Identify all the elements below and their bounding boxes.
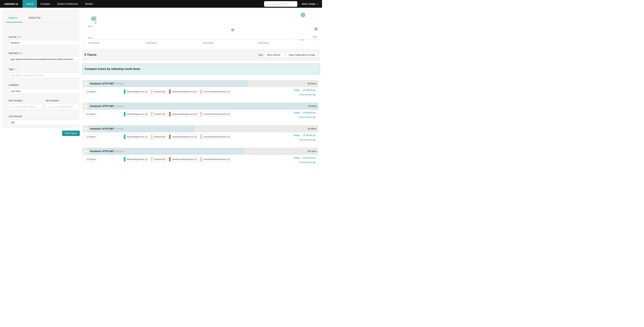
tags-input[interactable] [8,72,80,78]
trace-timestamp-block: Today10:08:48 pma few seconds ago [294,134,316,141]
find-traces-button[interactable]: Find Traces [62,130,80,136]
service-color-stripe [124,135,126,139]
trace-date-link[interactable]: Today [294,134,300,137]
service-color-stripe [151,90,152,94]
trace-select-checkbox[interactable] [84,82,87,85]
service-color-stripe [151,135,152,139]
about-jaeger-menu[interactable]: About Jaeger [302,2,318,5]
x-tick-mark [94,38,94,42]
trace-select-checkbox[interactable] [84,150,87,152]
service-tag-chip: featureflagservice (4) [124,112,150,116]
service-tag-chip: frontend (6) [151,134,168,139]
trace-row-header[interactable]: frontend: HTTP GETae8341d79.94ms [83,103,318,110]
chevron-down-icon [282,54,284,56]
trace-row-body: 18 Spansfeatureflagservice (4)frontend (… [83,155,318,164]
trace-row-body: 18 Spansfeatureflagservice (4)frontend (… [83,87,318,98]
x-tick-mark [208,38,208,42]
x-axis-title: Time [312,36,317,38]
nav-tab-monitor[interactable]: Monitor [82,0,96,8]
trace-result-row[interactable]: frontend: HTTP GETf5e778354.18ms18 Spans… [82,148,318,164]
trace-row-body: 15 Spansfeatureflagservice (2)frontend (… [83,132,318,144]
service-color-stripe [200,112,202,116]
trace-result-row[interactable]: frontend: HTTP GET01d7f9b36.98ms15 Spans… [82,125,318,144]
limit-results-input[interactable] [8,120,80,125]
trace-row-header[interactable]: frontend: HTTP GET01d7f9b36.98ms [83,126,318,132]
trace-result-row[interactable]: frontend: HTTP GET7876e2655.53ms18 Spans… [82,80,318,98]
tab-active-indicator [6,22,22,22]
trace-scatter-point[interactable] [231,28,234,32]
trace-id: ae8341d [116,105,124,108]
trace-scatter-point[interactable] [301,12,306,17]
max-duration-input[interactable] [8,104,43,110]
help-icon[interactable]: ? [14,68,17,70]
sort-label: Sort: [258,54,264,56]
service-select[interactable]: frontend [8,40,80,46]
trace-title: frontend: HTTP GETae8341d [90,104,124,108]
tab-search[interactable]: Search [8,16,17,20]
trace-id: 01d7f9b [116,128,124,130]
trace-date-link[interactable]: Today [294,156,300,159]
service-tag-chip: featureflagservice (2) [124,134,150,139]
operation-select[interactable]: grpc.hipstershop.RecommendationService/L… [8,56,80,62]
trace-time-link[interactable]: 10:08:49 pm [303,89,316,92]
tab-json-file[interactable]: JSON File [28,16,41,20]
compare-traces-banner-text: Compare traces by selecting result items [84,67,140,71]
trace-row-header[interactable]: frontend: HTTP GET7876e2655.53ms [83,80,318,87]
service-color-stripe [124,157,126,161]
trace-scatter-point[interactable] [314,27,318,31]
trace-duration: 36.98ms [308,128,317,130]
service-tag-chip: recommendationservice (3) [200,89,232,94]
sidebar-tabs: Search JSON File [3,10,79,22]
trace-timestamp-block: Today10:08:49 pma few seconds ago [294,89,316,96]
trace-select-checkbox[interactable] [84,105,87,108]
nav-tab-compare[interactable]: Compare [37,0,54,8]
app-logo: JAEGER UI [0,0,22,8]
service-color-stripe [151,112,152,116]
y-tick-label: 60ms [82,25,92,27]
service-tag-chip: recommendationservice (3) [200,134,232,139]
trace-result-row[interactable]: frontend: HTTP GETae8341d79.94ms20 Spans… [82,102,318,121]
deep-dependency-graph-button[interactable]: Deep Dependency Graph [286,52,318,58]
trace-time-link[interactable]: 10:08:48 pm [303,134,316,137]
lookback-label: Lookback [8,84,19,86]
x-tick-label: 10:08:45 pm [254,42,272,44]
service-color-stripe [200,90,202,94]
min-duration-label: Min Duration [46,99,59,102]
trace-time-link[interactable]: 10:08:48 pm [303,111,316,114]
service-label: Service (14) [8,36,21,38]
lookback-select[interactable]: Last Hour [8,88,80,94]
trace-timestamp-block: Today10:08:48 pma few seconds ago [294,111,316,118]
service-color-stripe [124,90,126,94]
sort-select[interactable]: Most Recent [265,52,285,58]
trace-row-header[interactable]: frontend: HTTP GETf5e778354.18ms [83,148,318,155]
trace-time-link[interactable]: 10:08:42 pm [303,156,316,159]
service-color-stripe [169,157,170,161]
compare-traces-banner: Compare traces by selecting result items [82,64,320,74]
trace-date-link[interactable]: Today [294,89,300,92]
x-axis-line [93,40,319,40]
service-tag-chips: featureflagservice (4)frontend (6)produc… [124,112,232,116]
trace-date-link[interactable]: Today [294,111,300,114]
nav-tab-system-architecture[interactable]: System Architecture [54,0,82,8]
span-count-chip: 15 Spans [84,134,98,139]
trace-scatter-point[interactable] [302,39,303,41]
duration-scatter-plot: Duration Time 60ms40ms10:08:30 pm10:08:3… [82,10,320,49]
trace-duration: 54.18ms [308,150,317,152]
service-tag-chips: featureflagservice (4)frontend (6)produc… [124,89,232,94]
trace-select-checkbox[interactable] [84,128,87,130]
chevron-down-icon [317,3,318,4]
topbar-right: About Jaeger [264,0,322,8]
service-tag-chips: featureflagservice (2)frontend (6)produc… [124,134,232,139]
trace-relative-time: a few seconds ago [294,161,316,164]
trace-lookup-wrap [264,1,297,7]
service-tag-chip: featureflagservice (4) [124,157,150,162]
trace-lookup-input[interactable] [264,1,297,7]
service-tag-chip: recommendationservice (4) [200,112,232,116]
service-color-stripe [200,135,202,139]
service-color-stripe [200,157,202,161]
nav-tab-search[interactable]: Search [22,0,37,8]
span-count-chip: 18 Spans [84,89,98,94]
search-results-main: Duration Time 60ms40ms10:08:30 pm10:08:3… [82,0,320,164]
trace-scatter-point[interactable] [91,16,95,21]
min-duration-input[interactable] [46,104,80,110]
